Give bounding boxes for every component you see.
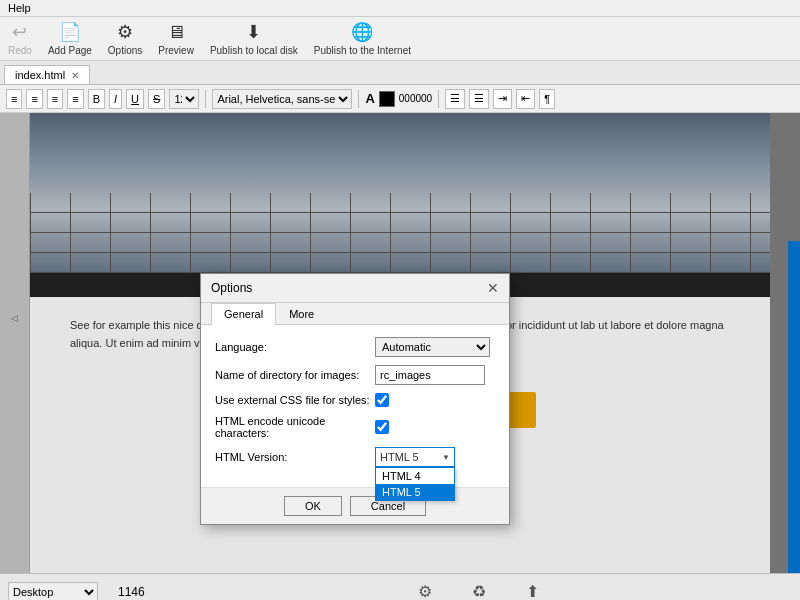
menu-bar: Help [0,0,800,17]
toolbar: ↩ Redo 📄 Add Page ⚙ Options 🖥 Preview ⬇ … [0,17,800,61]
language-row: Language: Automatic [215,337,495,357]
html-version-dropdown-list: HTML 4 HTML 5 [375,467,455,501]
outdent-button[interactable]: ⇤ [516,89,535,109]
dialog-title-bar: Options ✕ [201,274,509,303]
dialog-tabs: General More [201,303,509,325]
strikethrough-button[interactable]: S [148,89,165,109]
align-left-button[interactable]: ≡ [6,89,22,109]
publish-local-icon: ⬇ [246,21,261,43]
italic-button[interactable]: I [109,89,122,109]
publish-internet-icon: 🌐 [351,21,373,43]
upload-bottom-icon[interactable]: ⬆ [526,582,539,600]
dialog-title: Options [211,281,252,295]
bold-button[interactable]: B [88,89,105,109]
dialog-tab-general[interactable]: General [211,303,276,325]
paragraph-button[interactable]: ¶ [539,89,555,109]
font-size-select[interactable]: 12 [169,89,199,109]
publish-internet-button[interactable]: 🌐 Publish to the Internet [314,21,411,56]
language-select[interactable]: Automatic [375,337,490,357]
html-version-selected-text: HTML 5 [380,451,419,463]
dropdown-arrow-icon: ▼ [442,453,450,462]
html-version-select-display[interactable]: HTML 5 ▼ [375,447,455,467]
align-right-button[interactable]: ≡ [47,89,63,109]
html-version-row: HTML Version: HTML 5 ▼ HTML 4 HTML 5 [215,447,495,467]
dialog-body: Language: Automatic Name of directory fo… [201,325,509,487]
encode-checkbox[interactable] [375,420,389,434]
separator3 [438,90,439,108]
html-version-dropdown-wrap: HTML 5 ▼ HTML 4 HTML 5 [375,447,455,467]
recycle-bottom-icon[interactable]: ♻ [472,582,486,600]
preview-icon: 🖥 [167,22,185,43]
images-dir-input[interactable] [375,365,485,385]
color-label-icon: A [365,91,374,106]
css-checkbox[interactable] [375,393,389,407]
tab-label: index.html [15,69,65,81]
options-button[interactable]: ⚙ Options [108,21,142,56]
options-icon: ⚙ [117,21,133,43]
dialog-close-button[interactable]: ✕ [487,280,499,296]
add-page-button[interactable]: 📄 Add Page [48,21,92,56]
redo-button[interactable]: ↩ Redo [8,21,32,56]
format-bar: ≡ ≡ ≡ ≡ B I U S 12 Arial, Helvetica, san… [0,85,800,113]
justify-button[interactable]: ≡ [67,89,83,109]
publish-local-button[interactable]: ⬇ Publish to local disk [210,21,298,56]
bottom-icons: ⚙ ♻ ⬆ [165,582,792,600]
images-dir-row: Name of directory for images: [215,365,495,385]
align-center-button[interactable]: ≡ [26,89,42,109]
editor-area: ◁ See for example this nice dolor sit am… [0,113,800,573]
separator [205,90,206,108]
underline-button[interactable]: U [126,89,144,109]
redo-icon: ↩ [12,21,27,43]
options-dialog: Options ✕ General More Language: Automat… [200,273,510,525]
html-version-label: HTML Version: [215,451,375,463]
view-mode-select[interactable]: Desktop [8,582,98,601]
encode-label: HTML encode unicode characters: [215,415,375,439]
tab-index-html[interactable]: index.html ✕ [4,65,90,84]
ok-button[interactable]: OK [284,496,342,516]
tab-close-button[interactable]: ✕ [71,70,79,81]
settings-bottom-icon[interactable]: ⚙ [418,582,432,600]
preview-button[interactable]: 🖥 Preview [158,22,194,56]
color-value: 000000 [399,93,432,104]
font-family-select[interactable]: Arial, Helvetica, sans-serif [212,89,352,109]
language-label: Language: [215,341,375,353]
font-color-box[interactable] [379,91,395,107]
indent-button[interactable]: ⇥ [493,89,512,109]
tab-bar: index.html ✕ [0,61,800,85]
images-dir-label: Name of directory for images: [215,369,375,381]
html-option-html5[interactable]: HTML 5 [376,484,454,500]
list-unordered-button[interactable]: ☰ [445,89,465,109]
css-row: Use external CSS file for styles: [215,393,495,407]
dialog-footer: OK Cancel [201,487,509,524]
bottom-bar: Desktop 1146 ⚙ ♻ ⬆ [0,573,800,600]
dialog-tab-more[interactable]: More [276,303,327,324]
page-number: 1146 [118,585,145,599]
list-ordered-button[interactable]: ☰ [469,89,489,109]
add-page-icon: 📄 [59,21,81,43]
encode-row: HTML encode unicode characters: [215,415,495,439]
html-option-html4[interactable]: HTML 4 [376,468,454,484]
separator2 [358,90,359,108]
menu-help[interactable]: Help [8,2,31,14]
css-label: Use external CSS file for styles: [215,394,375,406]
